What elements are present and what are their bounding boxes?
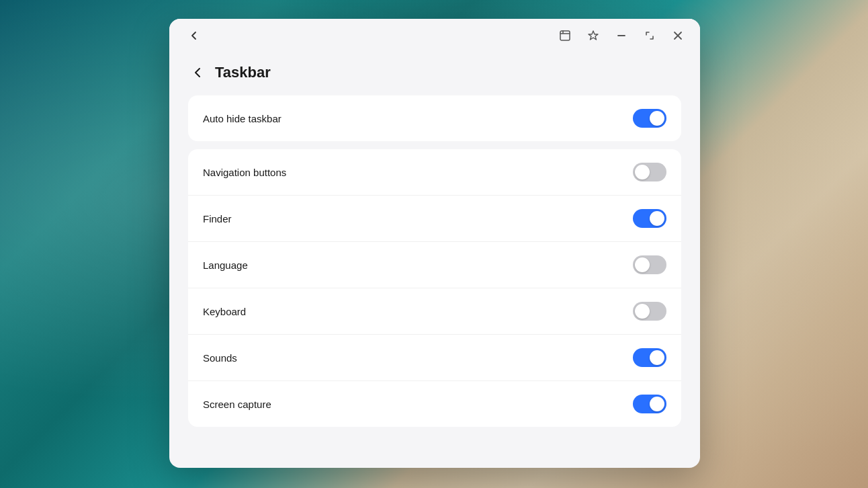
- close-button[interactable]: [669, 27, 687, 44]
- keyboard-label: Keyboard: [203, 306, 246, 317]
- auto-hide-row: Auto hide taskbar: [188, 95, 681, 141]
- language-row: Language: [188, 242, 681, 288]
- settings-window: Taskbar Auto hide taskbar Navigation but…: [169, 19, 700, 468]
- navigation-buttons-label: Navigation buttons: [203, 167, 286, 178]
- keyboard-track: [633, 302, 666, 321]
- page-back-button[interactable]: [188, 63, 207, 82]
- maximize-icon: [644, 30, 656, 42]
- close-icon: [672, 30, 684, 42]
- finder-toggle[interactable]: [633, 209, 666, 228]
- page-header: Taskbar: [188, 52, 681, 95]
- auto-hide-section: Auto hide taskbar: [188, 95, 681, 141]
- page-back-icon: [191, 66, 204, 79]
- language-label: Language: [203, 259, 248, 271]
- screen-capture-thumb: [650, 397, 664, 411]
- navigation-buttons-row: Navigation buttons: [188, 149, 681, 196]
- pin-button[interactable]: [584, 27, 602, 44]
- language-thumb: [635, 257, 650, 272]
- titlebar: [169, 19, 700, 52]
- auto-hide-label: Auto hide taskbar: [203, 113, 281, 124]
- finder-thumb: [650, 211, 664, 226]
- language-toggle[interactable]: [633, 255, 666, 274]
- screenshot-icon: [559, 30, 571, 42]
- navigation-buttons-toggle[interactable]: [633, 163, 666, 181]
- finder-track: [633, 209, 666, 228]
- titlebar-back-button[interactable]: [183, 27, 206, 44]
- maximize-button[interactable]: [641, 27, 658, 44]
- screen-capture-label: Screen capture: [203, 399, 271, 410]
- page-title: Taskbar: [215, 64, 271, 81]
- taskbar-items-section: Navigation buttons Finder: [188, 149, 681, 427]
- auto-hide-track: [633, 109, 666, 128]
- keyboard-toggle[interactable]: [633, 302, 666, 321]
- screenshot-button[interactable]: [556, 27, 574, 44]
- language-track: [633, 255, 666, 274]
- sounds-thumb: [650, 350, 664, 365]
- minimize-button[interactable]: [613, 27, 630, 44]
- keyboard-row: Keyboard: [188, 288, 681, 335]
- content-area: Taskbar Auto hide taskbar Navigation but…: [169, 52, 700, 468]
- screen-capture-toggle[interactable]: [633, 395, 666, 413]
- keyboard-thumb: [635, 304, 650, 319]
- auto-hide-toggle[interactable]: [633, 109, 666, 128]
- sounds-row: Sounds: [188, 335, 681, 381]
- auto-hide-thumb: [650, 111, 664, 126]
- sounds-track: [633, 348, 666, 367]
- window-controls: [556, 27, 687, 44]
- pin-icon: [587, 30, 599, 42]
- minimize-icon: [615, 30, 627, 42]
- svg-rect-0: [560, 31, 570, 40]
- navigation-buttons-track: [633, 163, 666, 181]
- sounds-label: Sounds: [203, 352, 237, 364]
- screen-capture-track: [633, 395, 666, 413]
- finder-row: Finder: [188, 196, 681, 242]
- back-arrow-icon: [188, 30, 200, 42]
- navigation-buttons-thumb: [635, 165, 650, 179]
- sounds-toggle[interactable]: [633, 348, 666, 367]
- finder-label: Finder: [203, 213, 232, 225]
- screen-capture-row: Screen capture: [188, 381, 681, 427]
